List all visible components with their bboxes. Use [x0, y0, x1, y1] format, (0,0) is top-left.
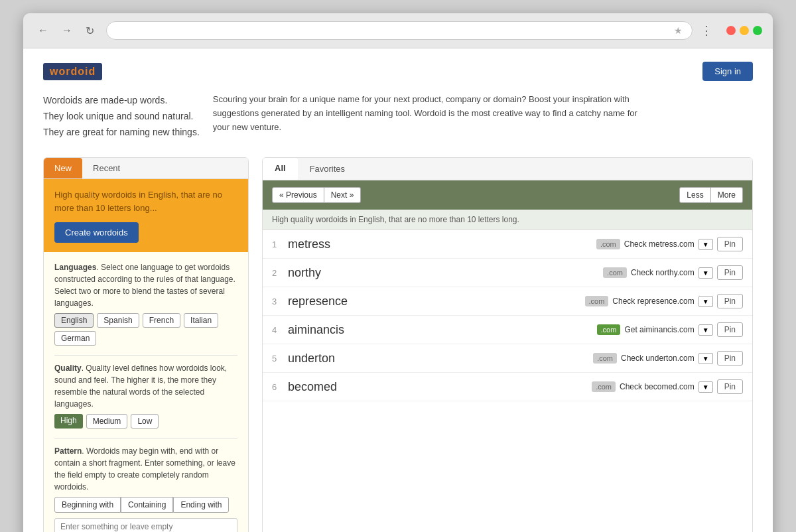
dropdown-button[interactable]: ▼ — [698, 381, 713, 393]
pattern-section-title: Pattern. Wordoids may begin with, end wi… — [54, 445, 237, 493]
check-link[interactable]: Check northy.com — [631, 268, 695, 277]
right-tabs: All Favorites — [263, 158, 752, 180]
bookmark-icon: ★ — [674, 25, 683, 36]
pattern-input[interactable] — [54, 518, 237, 532]
divider-1 — [54, 355, 237, 356]
results-info: High quality wordoids in English, that a… — [263, 210, 752, 230]
word-number: 6 — [272, 382, 288, 392]
quality-chip-medium[interactable]: Medium — [86, 414, 128, 429]
tld-badge: .com — [603, 267, 627, 278]
pattern-title: Pattern — [54, 446, 82, 456]
maximize-button[interactable] — [753, 26, 762, 35]
pin-button[interactable]: Pin — [717, 379, 743, 394]
tab-recent[interactable]: Recent — [82, 158, 131, 178]
pattern-chip-ending[interactable]: Ending with — [173, 497, 229, 513]
check-link[interactable]: Check metress.com — [624, 239, 695, 249]
next-button[interactable]: Next » — [324, 187, 362, 203]
pattern-chip-beginning[interactable]: Beginning with — [54, 497, 121, 513]
word-name: becomed — [288, 380, 592, 394]
orange-box-text: High quality wordoids in English, that a… — [54, 188, 237, 214]
less-button[interactable]: Less — [679, 187, 710, 203]
tld-badge: .com — [592, 381, 616, 392]
dropdown-button[interactable]: ▼ — [698, 353, 713, 364]
back-button[interactable]: ← — [34, 23, 52, 38]
check-link[interactable]: Check becomed.com — [620, 382, 695, 391]
forward-button[interactable]: → — [58, 23, 76, 38]
quality-chips: High Medium Low — [54, 414, 237, 429]
browser-menu-icon[interactable]: ⋮ — [700, 23, 713, 38]
word-name: metress — [288, 237, 596, 251]
divider-2 — [54, 438, 237, 438]
results-header: « Previous Next » Less More — [263, 180, 752, 210]
pattern-chip-containing[interactable]: Containing — [121, 497, 173, 513]
word-number: 1 — [272, 239, 288, 249]
browser-nav-buttons: ← → ↻ — [34, 23, 98, 38]
word-actions: .com Check underton.com ▼ Pin — [593, 351, 743, 366]
logo-text: wordoid — [50, 66, 96, 77]
reload-button[interactable]: ↻ — [82, 23, 98, 38]
word-item: 3 represence .com Check represence.com ▼… — [263, 287, 752, 316]
language-chip-italian[interactable]: Italian — [184, 313, 218, 328]
description-text: Scouring your brain for a unique name fo… — [213, 93, 644, 134]
language-chip-english[interactable]: English — [54, 313, 94, 328]
word-name: represence — [288, 295, 585, 308]
panel-options: Languages. Select one language to get wo… — [44, 252, 248, 532]
quality-chip-low[interactable]: Low — [131, 414, 159, 429]
word-item: 6 becomed .com Check becomed.com ▼ Pin — [263, 373, 752, 401]
prev-button[interactable]: « Previous — [272, 187, 324, 203]
main-layout: New Recent High quality wordoids in Engl… — [43, 157, 753, 532]
dropdown-button[interactable]: ▼ — [698, 324, 713, 336]
create-wordoids-button[interactable]: Create wordoids — [54, 222, 139, 243]
tab-favorites[interactable]: Favorites — [298, 158, 357, 180]
language-chips: English Spanish French Italian German — [54, 313, 237, 346]
check-link[interactable]: Check underton.com — [621, 354, 695, 363]
pattern-chips: Beginning with Containing Ending with — [54, 497, 237, 513]
pattern-desc: . Wordoids may begin with, end with or c… — [54, 446, 235, 492]
quality-chip-high[interactable]: High — [54, 414, 83, 429]
tab-all[interactable]: All — [263, 158, 298, 180]
pin-button[interactable]: Pin — [717, 351, 743, 366]
word-item: 2 northy .com Check northy.com ▼ Pin — [263, 259, 752, 287]
pin-button[interactable]: Pin — [717, 322, 743, 337]
languages-section-title: Languages. Select one language to get wo… — [54, 261, 237, 309]
hero-description: Scouring your brain for a unique name fo… — [213, 93, 644, 144]
check-link[interactable]: Check represence.com — [612, 297, 694, 306]
language-chip-spanish[interactable]: Spanish — [97, 313, 139, 328]
word-item: 4 aiminancis .com Get aiminancis.com ▼ P… — [263, 316, 752, 344]
word-number: 2 — [272, 268, 288, 278]
more-button[interactable]: More — [711, 187, 743, 203]
language-chip-german[interactable]: German — [54, 331, 96, 346]
traffic-lights — [726, 26, 762, 35]
sign-in-button[interactable]: Sign in — [702, 62, 753, 81]
pin-button[interactable]: Pin — [717, 237, 743, 251]
word-number: 3 — [272, 297, 288, 306]
pin-button[interactable]: Pin — [717, 294, 743, 308]
left-panel: New Recent High quality wordoids in Engl… — [43, 157, 249, 532]
more-less-controls: Less More — [679, 187, 743, 203]
dropdown-button[interactable]: ▼ — [698, 296, 713, 307]
dropdown-button[interactable]: ▼ — [698, 239, 713, 250]
pin-button[interactable]: Pin — [717, 265, 743, 280]
minimize-button[interactable] — [740, 26, 749, 35]
right-panel: All Favorites « Previous Next » Less Mor… — [262, 157, 753, 532]
language-chip-french[interactable]: French — [143, 313, 180, 328]
address-bar[interactable]: ★ — [106, 21, 693, 40]
results-info-text: High quality wordoids in English, that a… — [272, 215, 519, 224]
word-name: underton — [288, 352, 593, 366]
word-item: 1 metress .com Check metress.com ▼ Pin — [263, 230, 752, 259]
word-actions: .com Check represence.com ▼ Pin — [585, 294, 743, 308]
word-actions: .com Get aiminancis.com ▼ Pin — [597, 322, 743, 337]
browser-window: ← → ↻ ★ ⋮ wordoid Sign in Wordoids — [23, 13, 773, 532]
tab-new[interactable]: New — [44, 158, 82, 178]
close-button[interactable] — [726, 26, 736, 35]
check-link[interactable]: Get aiminancis.com — [624, 325, 694, 334]
word-actions: .com Check metress.com ▼ Pin — [596, 237, 743, 251]
dropdown-button[interactable]: ▼ — [698, 267, 713, 279]
quality-section-title: Quality. Quality level defines how wordo… — [54, 362, 237, 410]
word-item: 5 underton .com Check underton.com ▼ Pin — [263, 344, 752, 373]
logo: wordoid — [43, 63, 102, 80]
tld-badge: .com — [585, 296, 609, 306]
word-list: 1 metress .com Check metress.com ▼ Pin 2… — [263, 230, 752, 401]
tld-badge-available: .com — [597, 324, 621, 335]
word-name: northy — [288, 266, 603, 280]
